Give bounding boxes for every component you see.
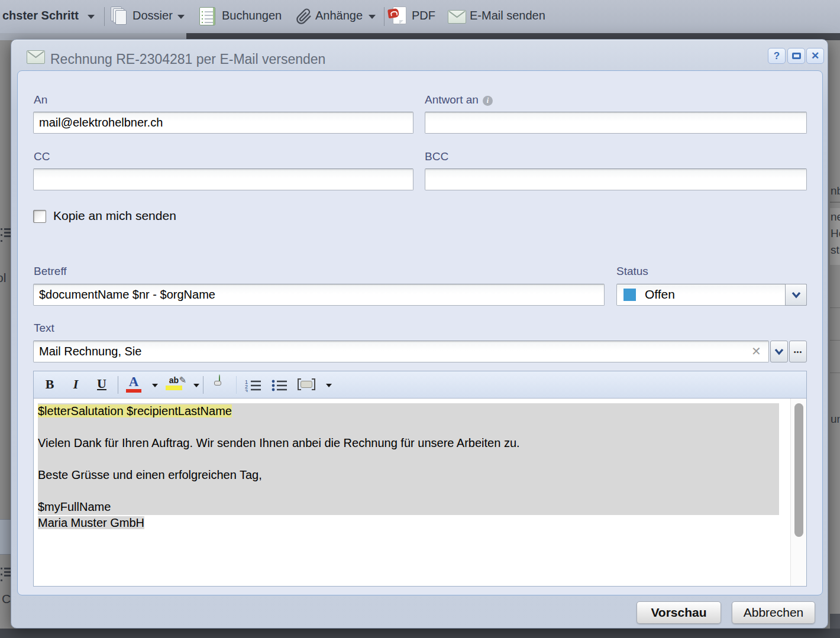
background-divider: [830, 202, 840, 203]
status-label: Status: [616, 265, 648, 278]
template-label: Text: [34, 322, 54, 335]
editor-toolbar-divider: [203, 376, 203, 394]
background-text-fragment: C: [2, 592, 11, 606]
template-input[interactable]: [33, 341, 769, 362]
selected-text-block: $letterSalutation $recipientLastName Vie…: [38, 403, 779, 515]
status-select[interactable]: Offen: [616, 284, 807, 306]
editor-text: $letterSalutation $recipientLastName Vie…: [38, 403, 806, 531]
bookings-icon: [199, 7, 215, 25]
template-more-button[interactable]: •••: [789, 341, 807, 362]
template-dropdown-button[interactable]: [770, 341, 788, 362]
editor-blank-line: [38, 419, 779, 435]
editor-blank-line: [38, 451, 779, 467]
background-dark-band: [830, 614, 840, 629]
toolbar-divider: [104, 7, 105, 26]
underline-button[interactable]: U: [92, 375, 112, 395]
close-button[interactable]: ✕: [806, 48, 824, 64]
editor-toolbar-divider: [236, 376, 237, 394]
font-color-icon: A: [124, 375, 144, 389]
help-button[interactable]: ?: [768, 48, 786, 64]
pdf-icon: [388, 5, 408, 27]
paperclip-icon: [296, 8, 312, 28]
copy-to-me-checkbox[interactable]: [33, 210, 46, 223]
svg-text:3: 3: [245, 388, 248, 392]
background-text-fragment: str: [831, 244, 840, 257]
maximize-icon: [792, 53, 801, 59]
editor-content[interactable]: $letterSalutation $recipientLastName Vie…: [34, 399, 806, 586]
cc-label: CC: [34, 150, 50, 163]
dossier-button[interactable]: Dossier: [133, 9, 173, 22]
envelope-icon: [448, 10, 466, 24]
status-color-swatch: [623, 289, 636, 301]
company-name: Maria Muster GmbH: [38, 516, 144, 529]
cancel-button[interactable]: Abbrechen: [732, 601, 815, 624]
editor-line: Maria Muster GmbH: [38, 515, 806, 531]
subject-input[interactable]: [33, 284, 605, 306]
scrollbar-thumb[interactable]: [794, 403, 803, 537]
dialog-title: Rechnung RE-2304281 per E-Mail versenden: [50, 51, 325, 67]
send-email-button[interactable]: E-Mail senden: [470, 9, 545, 22]
chevron-down-icon: [177, 15, 185, 19]
editor-toolbar-divider: [118, 376, 118, 394]
link-button[interactable]: [209, 375, 230, 395]
background-row-fragment: [0, 519, 11, 555]
editor-toolbar: B I U A ab ✎: [34, 371, 806, 399]
highlight-button[interactable]: ab ✎: [163, 375, 185, 395]
editor-line: Vielen Dank für Ihren Auftrag. Wir sende…: [38, 435, 779, 451]
background-text-fragment: nb: [831, 184, 840, 197]
preview-button[interactable]: Vorschau: [637, 601, 721, 624]
background-text-fragment: ol: [0, 271, 11, 285]
pencil-icon: ✎: [179, 375, 186, 386]
background-list-icon: [1, 226, 11, 237]
globe-link-icon: [219, 374, 220, 386]
reply-to-label: Antwort ani: [425, 93, 493, 106]
placeholder-dropdown[interactable]: [319, 375, 339, 395]
editor-line: $letterSalutation $recipientLastName: [38, 403, 779, 419]
cc-input[interactable]: [33, 169, 413, 190]
font-color-dropdown[interactable]: [145, 375, 165, 395]
status-dropdown-button[interactable]: [785, 284, 807, 306]
chevron-down-icon: [369, 15, 376, 19]
unordered-list-icon: [271, 379, 287, 392]
highlight-bar: [166, 386, 182, 390]
ordered-list-button[interactable]: 1 2 3: [242, 375, 264, 395]
email-dialog: Rechnung RE-2304281 per E-Mail versenden…: [11, 39, 828, 629]
attachments-button[interactable]: Anhänge: [315, 9, 363, 22]
to-label: An: [34, 93, 47, 106]
placeholder-button[interactable]: [295, 375, 318, 395]
app-toolbar: chster Schritt Dossier Buchungen Anhänge…: [0, 0, 840, 33]
maximize-button[interactable]: [787, 48, 805, 64]
subject-label: Betreff: [34, 265, 67, 278]
copy-to-me-label: Kopie an mich senden: [53, 209, 176, 223]
italic-button[interactable]: I: [66, 375, 86, 395]
background-text-fragment: un: [831, 413, 840, 426]
font-color-button[interactable]: A: [124, 375, 144, 395]
background-divider: [830, 307, 840, 308]
clear-template-icon[interactable]: ✕: [751, 344, 761, 358]
background-list-icon: [1, 566, 11, 577]
background-text-fragment: ne: [831, 210, 840, 224]
chevron-down-icon: [88, 15, 95, 19]
editor-line: Beste Grüsse und einen erfolgreichen Tag…: [38, 467, 779, 483]
unordered-list-button[interactable]: [268, 375, 290, 395]
editor-scrollbar[interactable]: [790, 399, 806, 586]
to-input[interactable]: [33, 112, 413, 134]
pdf-button[interactable]: PDF: [412, 9, 435, 22]
editor-line: $myFullName: [38, 499, 779, 515]
next-step-button[interactable]: chster Schritt: [2, 9, 79, 22]
bold-button[interactable]: B: [40, 375, 60, 395]
dossier-icon: [111, 7, 127, 25]
background-bottom-strip: [0, 629, 840, 638]
bcc-input[interactable]: [425, 169, 807, 190]
background-divider: [830, 340, 840, 341]
screen: ol C nb ne He str un chster Schritt Doss…: [0, 0, 840, 638]
salutation-placeholder: $letterSalutation $recipientLastName: [38, 404, 232, 417]
reply-to-input[interactable]: [425, 112, 807, 134]
bookings-button[interactable]: Buchungen: [222, 9, 282, 22]
editor-blank-line: [38, 483, 779, 499]
background-text-fragment: He: [831, 227, 840, 240]
info-icon: i: [483, 96, 493, 106]
bcc-label: BCC: [425, 150, 448, 163]
envelope-icon: [27, 50, 45, 64]
dialog-form-panel: An Antwort ani CC BCC Kopie an mich send…: [17, 70, 823, 595]
